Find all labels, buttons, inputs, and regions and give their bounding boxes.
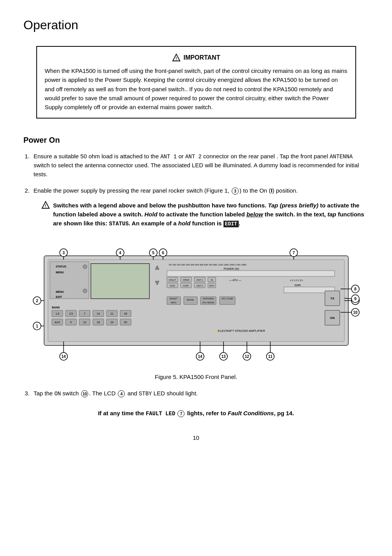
item1-text: Ensure a suitable 50 ohm load is attache… [34,153,359,177]
svg-text:⚡ ELECRAFT KPA1500 AMPLIFIER: ⚡ ELECRAFT KPA1500 AMPLIFIER [213,329,265,333]
svg-text:MENU: MENU [56,290,64,293]
important-body: When the KPA1500 is turned off using the… [45,66,348,112]
svg-text:1.8: 1.8 [55,312,59,315]
svg-text:14: 14 [97,312,100,315]
svg-text:14: 14 [198,354,202,359]
callout-3: 3 [232,188,239,195]
svg-text:50: 50 [124,321,127,324]
edit-label: EDIT [223,221,239,227]
svg-text:— ATU —: — ATU — [229,279,241,282]
svg-text:8: 8 [354,287,357,291]
svg-text:ATU MODE: ATU MODE [202,301,214,304]
svg-text:10: 10 [83,321,86,324]
callout-4: 4 [118,390,125,397]
svg-text:TX: TX [330,297,334,300]
svg-text:11: 11 [268,354,273,359]
svg-text:FAULT: FAULT [169,279,176,281]
svg-text:5: 5 [70,321,72,324]
svg-text:1: 1 [36,324,38,328]
svg-text:STBY: STBY [183,285,189,287]
svg-text:POWER (W): POWER (W) [223,267,239,271]
svg-text:INFO: INFO [170,301,176,304]
item3-text: Tap the ON switch 10. The LCD 4 and STBY… [34,390,198,397]
svg-line-104 [344,298,351,299]
svg-text:AUX: AUX [54,321,60,324]
svg-text:ANT 1: ANT 1 [196,279,203,281]
fault-warning: If at any time the FAULT LED 7 lights, r… [23,409,369,418]
svg-text:12: 12 [245,354,249,359]
svg-text:3: 3 [62,251,65,255]
svg-text:13: 13 [221,354,226,359]
figure-caption: Figure 5. KPA1500 Front Panel. [28,373,364,382]
svg-text:EDIT: EDIT [56,296,62,298]
svg-text:7: 7 [84,312,85,315]
fault-led-label: FAULT LED [146,411,176,417]
svg-point-12 [83,289,87,293]
item2-text: Enable the power supply by pressing the … [34,187,298,194]
svg-text:18: 18 [97,321,100,324]
svg-rect-43 [167,271,335,276]
svg-text:2: 2 [36,299,38,303]
important-label: IMPORTANT [184,53,220,62]
svg-text:ON: ON [330,316,335,320]
warning-triangle-icon-2: ! [41,201,50,209]
svg-text:5: 5 [152,251,154,255]
svg-text:!: ! [176,57,177,61]
list-item-2: Enable the power supply by pressing the … [31,186,369,228]
page-number: 10 [23,434,369,443]
antenna-label: ANTENNA [330,154,353,160]
svg-text:9: 9 [354,297,357,301]
main-list-2: Tap the ON switch 10. The LCD 4 and STBY… [23,389,369,398]
callout-10: 10 [81,390,88,397]
svg-text:!: ! [45,204,46,208]
svg-text:7: 7 [293,251,295,255]
svg-text:21: 21 [110,312,114,315]
on-label: I [271,187,272,194]
svg-text:OPER: OPER [183,279,190,281]
svg-text:ANT 2: ANT 2 [196,285,203,287]
warning-triangle-icon: ! [172,53,181,62]
on-switch-label: ON [54,391,61,397]
important-box: ! IMPORTANT When the KPA1500 is turned o… [36,46,356,119]
svg-text:10: 10 [353,310,358,315]
svg-text:ANTENNA: ANTENNA [202,297,214,300]
list-item-3: Tap the ON switch 10. The LCD 4 and STBY… [31,389,369,398]
front-panel-diagram: STATUS MENU MENU EDIT BAND 1.8 3.5 7 14 … [28,236,364,369]
svg-text:MENU: MENU [56,271,64,274]
svg-rect-13 [91,264,149,299]
ant1-label: ANT 1 [160,154,177,160]
svg-text:BYP: BYP [209,285,214,287]
callout-7: 7 [177,410,184,417]
note-text: Switches with a legend above and below t… [53,201,369,228]
svg-text:1.0   1.5    2     3      5: 1.0 1.5 2 3 5 [290,279,303,282]
figure-container: STATUS MENU MENU EDIT BAND 1.8 3.5 7 14 … [28,236,364,382]
svg-text:SWR: SWR [294,284,300,287]
svg-text:MODE: MODE [187,299,194,301]
svg-text:STATUS: STATUS [56,265,66,268]
svg-point-8 [83,265,87,269]
svg-text:ATU TUNE: ATU TUNE [222,297,233,300]
svg-text:6: 6 [162,251,164,255]
list-item-1: Ensure a suitable 50 ohm load is attache… [31,152,369,179]
main-list: Ensure a suitable 50 ohm load is attache… [23,152,369,228]
page-title: Operation [23,16,369,34]
section-title-power-on: Power On [23,134,369,146]
svg-text:4: 4 [119,251,121,255]
svg-text:OVR: OVR [170,285,175,287]
svg-text:3.5: 3.5 [69,312,73,315]
svg-text:24: 24 [110,321,114,324]
svg-text:IN: IN [211,279,213,281]
svg-text:14: 14 [61,354,66,359]
svg-text:RESET: RESET [169,297,177,300]
ant2-label: ANT 2 [185,154,202,160]
svg-text:BAND: BAND [52,306,60,309]
important-header: ! IMPORTANT [45,53,348,62]
stby-label: STBY [139,391,152,397]
svg-text:50  100  150  200  250  300  4: 50 100 150 200 250 300 400 500 600 700 9… [169,264,247,266]
note-box: ! Switches with a legend above and below… [34,201,369,228]
svg-text:28: 28 [124,312,127,315]
